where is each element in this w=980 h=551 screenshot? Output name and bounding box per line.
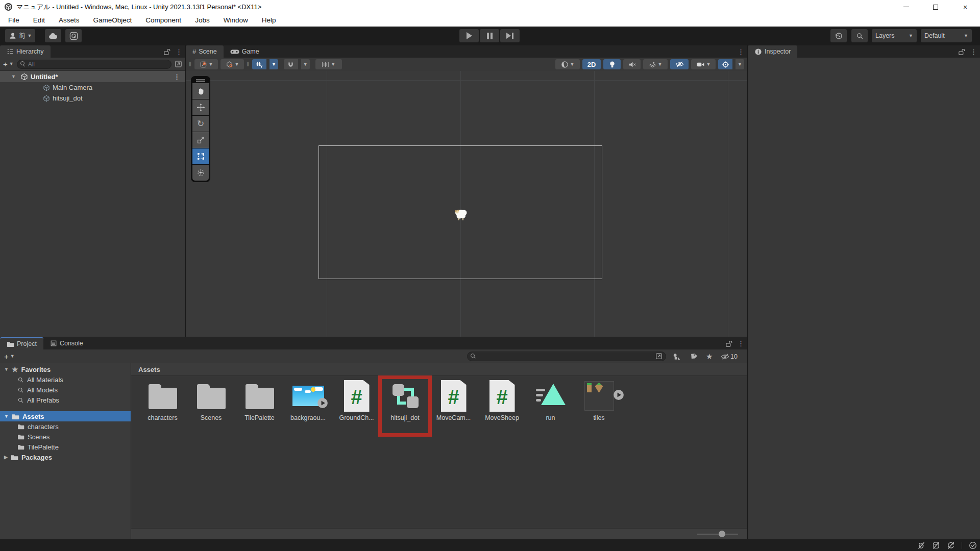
gizmos-dropdown[interactable]: ▼ [736,59,744,69]
search-by-type-button[interactable] [673,349,680,363]
menu-gameobject[interactable]: GameObject [93,16,132,24]
asset-movesheep-script[interactable]: # MoveSheep [478,380,526,421]
camera-settings-dropdown[interactable]: ▼ [691,59,716,69]
menu-component[interactable]: Component [145,16,181,24]
minimize-button[interactable] [891,0,921,14]
tab-scene[interactable]: # Scene [186,45,224,58]
asset-run-animation[interactable]: run [526,380,575,421]
tab-hierarchy[interactable]: Hierarchy [0,45,51,58]
tab-game[interactable]: Game [224,45,266,58]
lock-icon[interactable] [725,340,732,347]
expander-icon[interactable]: ▶ [4,455,8,460]
2d-toggle-button[interactable]: 2D [582,59,601,69]
expander-icon[interactable]: ▼ [4,414,9,419]
asset-characters[interactable]: characters [138,380,187,421]
auto-refresh-disabled-icon[interactable] [947,541,955,549]
play-button[interactable] [459,29,479,42]
asset-background-image[interactable]: backgraou... [284,380,332,421]
favorites-button[interactable]: ★ [706,349,713,363]
view-tool-button[interactable] [192,83,209,99]
search-by-label-button[interactable] [689,349,697,363]
kebab-menu-icon[interactable]: ⋮ [176,48,182,56]
scene-row-untitled[interactable]: ▼ Untitled* ⋮ [0,71,185,82]
asset-movecamera-script[interactable]: # MoveCam... [429,380,478,421]
sheep-sprite[interactable] [453,208,469,221]
drag-handle-icon[interactable]: ‖ [189,61,192,68]
picker-icon[interactable] [175,60,182,68]
menu-jobs[interactable]: Jobs [195,16,210,24]
audio-mute-button[interactable] [623,59,641,69]
account-button[interactable]: 前 ▼ [5,29,35,42]
cache-server-disabled-icon[interactable] [932,541,940,549]
tree-scenes[interactable]: Scenes [0,432,131,442]
kebab-menu-icon[interactable]: ⋮ [738,340,744,347]
expand-play-icon[interactable] [317,397,328,409]
effects-dropdown[interactable]: ▼ [643,59,668,69]
asset-groundcheck-script[interactable]: # GroundCh... [332,380,381,421]
menu-assets[interactable]: Assets [59,16,80,24]
menu-edit[interactable]: Edit [33,16,45,24]
tab-project[interactable]: Project [0,337,43,349]
create-object-button[interactable]: +▼ [3,60,14,68]
scene-visibility-button[interactable] [670,59,689,69]
picker-icon[interactable] [655,353,663,360]
lighting-toggle-button[interactable] [603,59,621,69]
snap-increment-button[interactable]: ▼ [315,59,342,69]
rotate-tool-button[interactable]: ↻ [192,116,209,132]
lock-icon[interactable] [163,48,170,56]
lock-icon[interactable] [958,48,965,56]
snap-toggle-button[interactable] [284,59,298,69]
tool-handle-rotation-button[interactable]: ▼ [220,59,244,69]
grid-snapping-button[interactable] [252,59,266,69]
maximize-button[interactable] [921,0,950,14]
shading-mode-dropdown[interactable]: ▼ [555,59,580,69]
asset-tilepalette[interactable]: TilePalette [235,380,284,421]
expand-play-icon[interactable] [613,389,624,400]
search-button[interactable] [851,29,868,42]
menu-help[interactable]: Help [262,16,276,24]
expander-icon[interactable]: ▼ [4,367,9,372]
tab-console[interactable]: Console [43,337,90,349]
tree-all-materials[interactable]: All Materials [0,374,131,385]
overlay-drag-handle[interactable] [192,78,209,83]
kebab-menu-icon[interactable]: ⋮ [738,48,744,56]
tool-settings-button[interactable]: ▼ [194,59,218,69]
debugger-disabled-icon[interactable] [917,541,925,549]
version-control-button[interactable] [65,29,82,42]
layers-dropdown[interactable]: Layers ▼ [872,29,917,42]
gameobject-row[interactable]: Main Camera [0,82,185,93]
undo-history-button[interactable] [830,29,847,42]
cloud-button[interactable] [45,29,61,42]
tab-inspector[interactable]: Inspector [748,45,797,58]
tree-favorites[interactable]: ▼ ★ Favorites [0,364,131,374]
rect-tool-button[interactable] [192,148,209,164]
pause-button[interactable] [480,29,499,42]
menu-window[interactable]: Window [224,16,248,24]
step-button[interactable] [500,29,520,42]
drag-handle-icon[interactable]: ‖ [247,61,250,68]
tree-all-models[interactable]: All Models [0,385,131,395]
asset-tiles[interactable]: tiles [575,380,623,421]
snap-dropdown[interactable]: ▼ [301,59,310,69]
kebab-menu-icon[interactable]: ⋮ [174,73,180,81]
gameobject-row[interactable]: hitsuji_dot [0,93,185,104]
scale-tool-button[interactable] [192,132,209,148]
create-asset-button[interactable]: +▼ [4,352,15,361]
layout-dropdown[interactable]: Default ▼ [921,29,972,42]
activity-check-icon[interactable] [969,541,977,549]
tree-tilepalette[interactable]: TilePalette [0,442,131,452]
close-button[interactable]: × [950,0,980,14]
tree-packages[interactable]: ▶ Packages [0,452,131,462]
gizmos-toggle-button[interactable] [718,59,732,69]
scene-viewport[interactable]: ↻ [186,71,747,337]
transform-tool-button[interactable] [192,165,209,181]
grid-snapping-dropdown[interactable]: ▼ [270,59,278,69]
hierarchy-search[interactable] [17,60,172,69]
tree-assets[interactable]: ▼ Assets [0,411,131,421]
project-search[interactable] [467,352,666,361]
project-search-input[interactable] [479,353,653,360]
kebab-menu-icon[interactable]: ⋮ [970,48,977,56]
move-tool-button[interactable] [192,99,209,115]
tree-all-prefabs[interactable]: All Prefabs [0,395,131,405]
hidden-packages-toggle[interactable]: 10 [721,349,738,363]
